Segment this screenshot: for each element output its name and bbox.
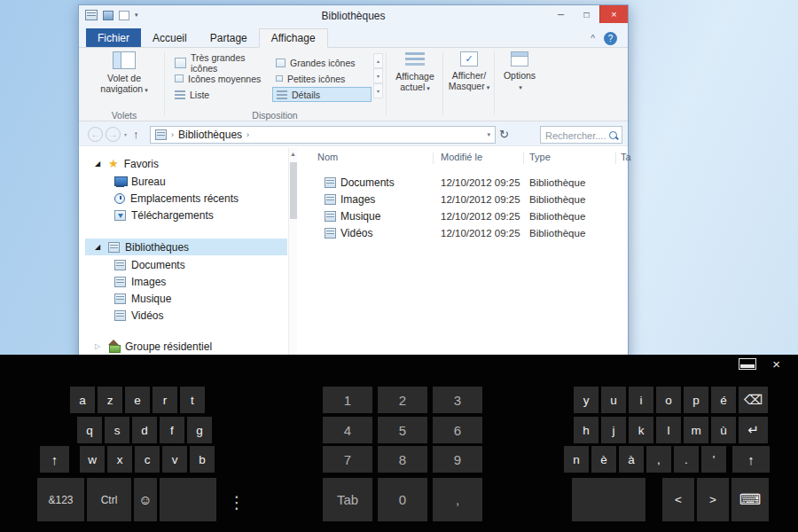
column-header-nom[interactable]: Nom: [317, 152, 338, 162]
symbols-key[interactable]: &123: [37, 478, 84, 521]
key-period[interactable]: .: [674, 446, 699, 473]
sidebar-item-favoris[interactable]: ◢ ★ Favoris: [85, 155, 287, 172]
sidebar-item-documents[interactable]: Documents: [85, 256, 287, 273]
expander-icon[interactable]: ◢: [95, 243, 103, 251]
sidebar-item-emplacements-recents[interactable]: Emplacements récents: [85, 190, 287, 207]
expander-icon[interactable]: ▷: [95, 342, 103, 350]
expander-icon[interactable]: ◢: [95, 160, 103, 168]
key-z[interactable]: z: [98, 387, 122, 413]
key-u-grave[interactable]: ù: [711, 417, 736, 443]
sidebar-item-groupe-residentiel[interactable]: ▷ Groupe résidentiel: [85, 338, 287, 355]
key-l[interactable]: l: [656, 417, 681, 443]
address-dropdown-icon[interactable]: ▾: [487, 131, 490, 138]
key-j[interactable]: j: [601, 417, 626, 443]
gallery-more-icon[interactable]: ▾: [373, 83, 383, 98]
gallery-down-icon[interactable]: ▾: [373, 68, 383, 83]
enter-key[interactable]: ↵: [739, 417, 768, 443]
key-apostrophe[interactable]: ': [701, 446, 726, 473]
key-m[interactable]: m: [684, 417, 708, 443]
key-c[interactable]: c: [135, 446, 160, 473]
key-e-grave[interactable]: è: [591, 446, 616, 473]
key-u[interactable]: u: [601, 387, 626, 413]
key-e-acute[interactable]: é: [711, 387, 736, 413]
key-h[interactable]: h: [574, 417, 598, 443]
table-row[interactable]: Documents 12/10/2012 09:25 Bibliothèque: [318, 175, 628, 192]
key-t[interactable]: t: [180, 387, 205, 413]
key-comma[interactable]: ,: [433, 478, 482, 521]
view-petites-icones[interactable]: Petites icônes: [272, 71, 372, 86]
key-comma2[interactable]: ,: [646, 446, 671, 473]
key-b[interactable]: b: [190, 446, 215, 473]
table-row[interactable]: Images 12/10/2012 09:25 Bibliothèque: [318, 192, 628, 208]
key-r[interactable]: r: [153, 387, 177, 413]
tab-affichage[interactable]: Affichage: [259, 28, 328, 48]
tab-accueil[interactable]: Accueil: [141, 28, 199, 48]
cursor-left-key[interactable]: <: [662, 478, 694, 521]
key-i[interactable]: i: [629, 387, 653, 413]
keyboard-close-icon[interactable]: ×: [772, 358, 780, 370]
nav-scrollbar[interactable]: ▲: [288, 148, 297, 360]
column-header-modifie[interactable]: Modifié le: [441, 152, 482, 162]
space-key[interactable]: [160, 478, 216, 521]
key-o[interactable]: o: [656, 387, 681, 413]
view-details-selected[interactable]: Détails: [272, 87, 372, 102]
keyboard-layout-key[interactable]: ⌨: [732, 478, 769, 521]
view-tres-grandes-icones[interactable]: Très grandes icônes: [171, 55, 270, 70]
column-header-type[interactable]: Type: [529, 152, 551, 162]
key-n[interactable]: n: [564, 446, 589, 473]
key-f[interactable]: f: [160, 417, 184, 443]
key-g[interactable]: g: [187, 417, 212, 443]
shift-key-right[interactable]: ↑: [732, 446, 770, 473]
sidebar-item-telechargements[interactable]: Téléchargements: [85, 207, 287, 223]
column-header-taille[interactable]: Ta: [621, 152, 631, 162]
search-box[interactable]: [540, 126, 622, 144]
keyboard-dock-icon[interactable]: [739, 358, 756, 370]
key-e[interactable]: e: [125, 387, 150, 413]
history-dropdown-icon[interactable]: ▾: [124, 131, 127, 137]
key-4[interactable]: 4: [323, 417, 372, 443]
breadcrumb[interactable]: › Bibliothèques › ▾: [150, 126, 496, 144]
key-a-grave[interactable]: à: [619, 446, 644, 473]
key-x[interactable]: x: [107, 446, 132, 473]
navigation-pane-button[interactable]: Volet de navigation▾: [86, 51, 162, 96]
tab-partage[interactable]: Partage: [199, 28, 259, 48]
tab-key[interactable]: Tab: [323, 478, 372, 521]
refresh-icon[interactable]: ↻: [499, 128, 509, 141]
emoji-key[interactable]: ☺: [134, 478, 157, 521]
up-button[interactable]: ↑: [133, 128, 139, 141]
table-row[interactable]: Vidéos 12/10/2012 09:25 Bibliothèque: [318, 225, 628, 242]
key-3[interactable]: 3: [433, 387, 482, 413]
key-k[interactable]: k: [629, 417, 653, 443]
forward-button[interactable]: →: [106, 127, 121, 142]
options-button[interactable]: Options ▾: [497, 51, 542, 93]
space-key-right[interactable]: [572, 478, 645, 521]
key-9[interactable]: 9: [433, 446, 482, 473]
minimize-button[interactable]: ─: [548, 5, 574, 23]
key-q[interactable]: q: [77, 417, 102, 443]
key-0[interactable]: 0: [378, 478, 427, 521]
key-s[interactable]: s: [105, 417, 129, 443]
tab-fichier[interactable]: Fichier: [86, 28, 141, 48]
scroll-up-icon[interactable]: ▲: [289, 148, 297, 157]
table-row[interactable]: Musique 12/10/2012 09:25 Bibliothèque: [318, 208, 628, 225]
shift-key[interactable]: ↑: [40, 446, 69, 473]
crumb-separator[interactable]: ›: [246, 130, 249, 139]
key-2[interactable]: 2: [378, 387, 427, 413]
back-button[interactable]: ←: [88, 127, 103, 142]
keyboard-handle-icon[interactable]: ⋮: [230, 486, 244, 518]
key-p[interactable]: p: [684, 387, 708, 413]
backspace-key[interactable]: ⌫: [739, 387, 768, 413]
breadcrumb-location[interactable]: Bibliothèques: [178, 129, 242, 141]
current-view-button[interactable]: Affichage actuel▾: [389, 51, 441, 94]
sidebar-item-videos[interactable]: Vidéos: [85, 307, 287, 324]
key-y[interactable]: y: [574, 387, 598, 413]
maximize-button[interactable]: □: [574, 5, 599, 23]
cursor-right-key[interactable]: >: [697, 478, 729, 521]
search-input[interactable]: [541, 128, 606, 144]
show-hide-button[interactable]: ✓ Afficher/ Masquer▾: [446, 51, 492, 93]
key-6[interactable]: 6: [433, 417, 482, 443]
gallery-up-icon[interactable]: ▴: [373, 53, 383, 68]
sidebar-item-bibliotheques[interactable]: ◢ Bibliothèques: [85, 239, 287, 255]
key-w[interactable]: w: [80, 446, 105, 473]
close-button[interactable]: ×: [599, 5, 628, 23]
